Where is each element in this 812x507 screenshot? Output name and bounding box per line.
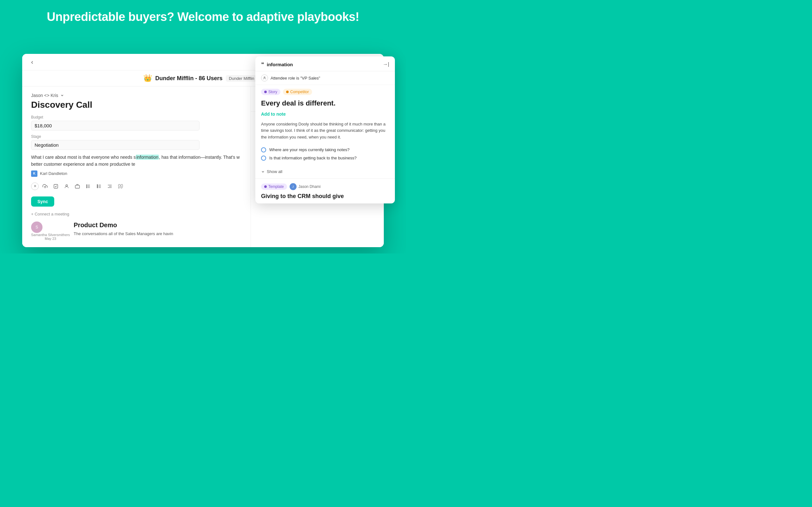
quote-icon[interactable] <box>116 182 125 191</box>
bullet-item-2: Is that information getting back to the … <box>261 155 389 161</box>
bullet-item-1: Where are your reps currently taking not… <box>261 147 389 153</box>
condition-avatar-icon <box>261 74 268 81</box>
notes-text-3: better customer experience and a more pr… <box>31 162 135 167</box>
second-meeting-content: Product Demo The conversations all of th… <box>73 222 173 237</box>
template-section: Template J Jason Dhami Giving to the CRM… <box>255 179 395 203</box>
author-row: K Karl Dandleton <box>31 170 242 177</box>
meeting-participants[interactable]: Jason <> Kris <box>31 93 242 98</box>
indent-icon[interactable] <box>105 182 114 191</box>
info-card: ❝ information →| Attendee role is "VP Sa… <box>255 56 395 204</box>
svg-rect-7 <box>54 184 58 188</box>
template-author-name: Jason Dhami <box>299 184 321 189</box>
participants-label: Jason <> Kris <box>31 93 58 98</box>
info-card-arrow-button[interactable]: →| <box>383 61 389 67</box>
bullet-circle-1 <box>261 147 266 153</box>
budget-value[interactable]: $18,000 <box>31 121 200 130</box>
show-all-button[interactable]: Show all <box>255 167 395 179</box>
story-dot <box>264 91 267 93</box>
author-avatar: K <box>31 170 38 177</box>
svg-point-8 <box>66 184 67 186</box>
crown-icon: 👑 <box>143 74 152 82</box>
tag-template: Template <box>261 183 287 190</box>
svg-point-14 <box>86 186 87 187</box>
company-name: Dunder Mifflin - 86 Users <box>155 75 222 82</box>
template-tags-row: Template J Jason Dhami <box>261 183 389 190</box>
company-bar-center: 👑 Dunder Mifflin - 86 Users Dunder Miffl… <box>143 74 262 82</box>
template-author: J Jason Dhami <box>290 183 321 190</box>
highlighted-text: information <box>136 155 159 160</box>
checkbox-icon[interactable] <box>51 182 60 191</box>
tag-competitor: Competitor <box>283 89 312 95</box>
second-meeting-row: S Samantha Silversmithers May 23 Product… <box>31 222 242 240</box>
svg-point-15 <box>86 187 87 188</box>
meeting-title: Discovery Call <box>31 100 242 110</box>
info-card-condition: Attendee role is "VP Sales" <box>255 71 395 85</box>
bullet-text-2: Is that information getting back to the … <box>269 155 357 161</box>
template-author-avatar: J <box>290 183 297 190</box>
bullet-circle-2 <box>261 156 266 161</box>
close-button[interactable]: ✕ <box>31 182 39 190</box>
info-card-title-row: ❝ information <box>261 61 293 68</box>
info-card-body: Anyone considering Dooly should be think… <box>255 120 395 145</box>
second-meeting-text: The conversations all of the Sales Manag… <box>73 231 173 237</box>
svg-rect-9 <box>75 185 79 188</box>
user-info-block: S Samantha Silversmithers May 23 <box>31 222 70 240</box>
second-meeting-title: Product Demo <box>73 222 173 229</box>
back-button[interactable]: ‹ <box>29 57 36 67</box>
svg-point-25 <box>264 77 265 78</box>
user-date: May 23 <box>31 237 70 240</box>
briefcase-icon[interactable] <box>73 182 82 191</box>
bullet-list: Where are your reps currently taking not… <box>255 145 395 167</box>
budget-label: Budget <box>31 115 242 119</box>
stage-label: Stage <box>31 134 242 139</box>
quote-icon-left: ❝ <box>261 61 264 68</box>
toolbar-row: ✕ <box>31 180 242 193</box>
info-card-title: information <box>267 62 293 67</box>
meeting-header: Jason <> Kris Discovery Call Budget $18,… <box>31 93 242 216</box>
template-heading: Giving to the CRM should give <box>261 193 389 200</box>
top-nav-left: ‹ <box>29 57 36 67</box>
author-name: Karl Dandleton <box>40 171 67 176</box>
template-dot <box>264 185 267 188</box>
svg-point-13 <box>86 185 87 185</box>
tags-row: Story Competitor <box>255 85 395 97</box>
notes-text-1: What I care about most is that everyone … <box>31 155 136 160</box>
second-meeting: S Samantha Silversmithers May 23 Product… <box>31 222 242 240</box>
info-card-header: ❝ information →| <box>255 56 395 71</box>
connect-meeting[interactable]: + Connect a meeting <box>31 212 242 216</box>
hero-title: Unpredictable buyers? Welcome to adaptiv… <box>0 0 406 32</box>
stage-value[interactable]: Negotiation <box>31 140 200 150</box>
template-tag-label: Template <box>268 184 284 189</box>
tag-story: Story <box>261 89 281 95</box>
sync-button[interactable]: Sync <box>31 196 54 207</box>
tag-story-label: Story <box>268 90 277 94</box>
notes-panel: Jason <> Kris Discovery Call Budget $18,… <box>22 87 251 247</box>
notes-text-2: , has that information—instantly. That's… <box>159 155 240 160</box>
competitor-dot <box>286 91 289 93</box>
svg-text:3: 3 <box>97 187 98 188</box>
bullet-text-1: Where are your reps currently taking not… <box>269 147 350 153</box>
info-card-heading: Every deal is different. <box>255 97 395 111</box>
user-avatar: S <box>31 222 43 233</box>
notes-text: What I care about most is that everyone … <box>31 154 242 168</box>
user-name: Samantha Silversmithers <box>31 233 70 237</box>
person-icon[interactable] <box>62 182 71 191</box>
condition-text: Attendee role is "VP Sales" <box>270 76 320 80</box>
add-to-note-button[interactable]: Add to note <box>255 112 292 120</box>
show-all-label: Show all <box>267 169 282 174</box>
company-tag-label: Dunder Mifflin <box>229 76 254 81</box>
numbered-list-icon[interactable]: 123 <box>95 182 103 191</box>
upload-icon[interactable] <box>41 182 49 191</box>
tag-competitor-label: Competitor <box>290 90 309 94</box>
bullet-list-icon[interactable] <box>84 182 93 191</box>
